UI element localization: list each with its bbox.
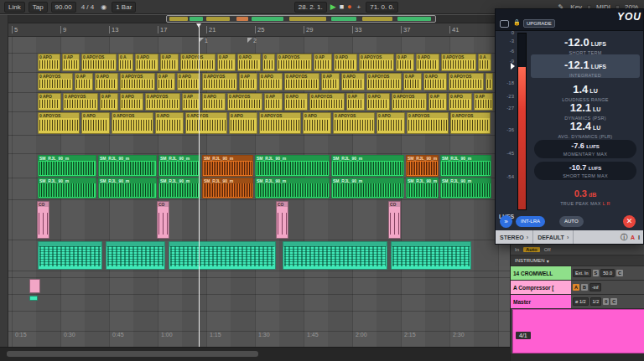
audio-clip[interactable]: 0 APOYOS	[81, 54, 117, 71]
audio-clip[interactable]: SM_RJL_90_m	[38, 178, 96, 199]
ab-compare-a[interactable]: A	[631, 235, 635, 240]
locator-marker[interactable]: 2	[247, 38, 257, 44]
audio-clip[interactable]: 0 APO	[259, 73, 283, 90]
resume-button[interactable]: »	[500, 215, 512, 228]
channel-mode-selector[interactable]: STEREO›	[496, 230, 533, 244]
audio-clip[interactable]: 0 APO	[95, 73, 118, 90]
reset-close-button[interactable]: ✕	[623, 215, 636, 228]
track-control[interactable]: S	[593, 270, 600, 276]
audio-clip[interactable]: 0 APOYOS	[277, 54, 312, 71]
audio-clip[interactable]: 0 APO	[334, 54, 357, 71]
audio-clip[interactable]: 0 AP	[264, 93, 283, 111]
audio-clip[interactable]: 0 APOYOS	[38, 73, 73, 90]
audio-clip[interactable]: 0 APO	[237, 54, 261, 71]
audio-clip[interactable]: 0 APO	[423, 73, 447, 90]
track-control[interactable]: 0	[603, 298, 609, 305]
audio-clip[interactable]: 0 APO	[303, 112, 331, 134]
beat-time-ruler[interactable]: 591317212529333741	[8, 23, 510, 37]
audio-clip[interactable]: 0 AP	[75, 73, 93, 90]
link-button[interactable]: Link	[4, 2, 25, 13]
audio-clip[interactable]: 0 APOYOS	[120, 73, 155, 90]
audio-clip[interactable]: 0 APO	[229, 112, 257, 134]
audio-clip[interactable]: SM_RJL_90_m	[98, 178, 157, 199]
audio-clip[interactable]: 0 APOYOS	[450, 112, 491, 134]
integrated-readout[interactable]: -12.1LUFS INTEGRATED	[531, 54, 640, 78]
audio-clip[interactable]: 0 AP	[428, 93, 447, 111]
audio-clip[interactable]: 0 APO	[38, 93, 61, 111]
audio-clip[interactable]: 0 AP	[321, 73, 340, 90]
preset-selector[interactable]: DEFAULT›	[533, 230, 574, 244]
audio-clip[interactable]: SM_RJL_90_m	[440, 178, 491, 199]
playhead[interactable]	[199, 23, 200, 347]
track-control[interactable]: A	[573, 284, 579, 291]
int-lra-button[interactable]: INT-LRA	[516, 216, 545, 227]
audio-clip[interactable]: CO	[276, 201, 288, 239]
audio-clip[interactable]: SM_RJL_90_m	[202, 155, 253, 177]
instrument-chooser-row[interactable]: INSTRUMEN ▾	[511, 255, 644, 266]
audio-clip[interactable]: 0 APOYOS	[145, 93, 180, 111]
audio-clip[interactable]: 0 APO	[155, 112, 184, 134]
audio-clip[interactable]: SM_RJL_90_m	[406, 155, 439, 177]
audio-clip[interactable]: 0 APOYOS	[309, 93, 345, 111]
audio-clip[interactable]: 0 APO	[135, 54, 158, 71]
audio-clip[interactable]: 0 APO	[81, 112, 110, 134]
audio-clip[interactable]: SM_RJL_90_m	[158, 155, 200, 177]
monitor-in-button[interactable]: In	[515, 247, 519, 252]
tempo-display[interactable]: 90.00	[51, 2, 76, 13]
midi-clip[interactable]	[106, 241, 165, 270]
audio-clip[interactable]: 0 APOYOS	[284, 73, 319, 90]
tap-tempo-button[interactable]: Tap	[29, 2, 48, 13]
track-header[interactable]: 14 CROMWELLExt. InS50.0C	[511, 266, 644, 281]
track-control[interactable]: ø 1/2	[573, 297, 589, 306]
horizontal-scrollbar[interactable]	[0, 347, 510, 361]
small-clip[interactable]	[29, 296, 38, 301]
small-clip[interactable]	[29, 279, 40, 293]
audio-clip[interactable]: 0 APOYOS	[185, 112, 227, 134]
audio-clip[interactable]: 0 AP	[314, 54, 332, 71]
audio-clip[interactable]: 0 AP	[100, 93, 118, 111]
quantize-menu[interactable]: 1 Bar	[112, 2, 136, 13]
audio-clip[interactable]: 0 APOYOS	[180, 54, 216, 71]
audio-clip[interactable]: SM_RJL_90_m	[255, 178, 330, 199]
audio-clip[interactable]: SM_RJL_90_m	[255, 155, 330, 177]
audio-clip[interactable]: 0 APO	[38, 54, 60, 71]
audio-clip[interactable]: 0 APO	[366, 93, 390, 111]
audio-clip[interactable]: 0 AP	[217, 54, 236, 71]
audio-clip[interactable]: 0 APO	[177, 73, 200, 90]
audio-clip[interactable]: CO	[37, 201, 49, 239]
monitor-off-button[interactable]: Off	[544, 247, 551, 252]
audio-clip[interactable]: SM_RJL_90_m	[331, 178, 404, 199]
track-control[interactable]: Ext. In	[573, 269, 591, 277]
audio-clip[interactable]: 0 AP	[157, 73, 175, 90]
midi-clip[interactable]	[169, 241, 276, 270]
audio-clip[interactable]: SM_RJL_90_m	[158, 178, 200, 199]
audio-clip[interactable]: 0 APOYOS	[259, 112, 301, 134]
stop-button[interactable]: ■	[340, 3, 344, 11]
audio-clip[interactable]: 0 APO	[449, 93, 472, 111]
audio-clip[interactable]: 0 APOYOS	[392, 93, 427, 111]
plugin-menu-icon[interactable]	[500, 20, 509, 28]
ab-compare-b[interactable]: I	[638, 235, 640, 240]
play-button[interactable]: ▶	[330, 3, 336, 11]
time-signature[interactable]: 4 / 4	[80, 3, 96, 11]
audio-clip[interactable]: 0 APO	[416, 54, 439, 71]
track-control[interactable]: C	[616, 270, 623, 276]
audio-clip[interactable]: 0 APO	[341, 73, 365, 90]
audio-clip[interactable]: 0 AP	[403, 73, 422, 90]
locator-marker[interactable]: 1	[199, 38, 208, 44]
midi-clip[interactable]	[283, 241, 387, 270]
lock-icon[interactable]: 🔒	[513, 19, 521, 26]
track-control[interactable]: 1/2	[590, 297, 602, 306]
track-control[interactable]: -inf	[589, 283, 601, 291]
audio-clip[interactable]: SM_RJL_90_m	[98, 155, 157, 177]
audio-clip[interactable]: 0 APOYOS	[359, 54, 394, 71]
audio-clip[interactable]: SM_RJL_90_m	[406, 178, 439, 199]
record-button[interactable]: ●	[347, 3, 351, 11]
audio-clip[interactable]: 0 A	[118, 54, 133, 71]
audio-clip[interactable]: CO	[157, 201, 169, 239]
audio-clip[interactable]: 0 APOYOS	[112, 112, 153, 134]
metronome-icon[interactable]: ◉	[99, 3, 108, 11]
track-control[interactable]: B	[581, 284, 588, 291]
track-header[interactable]: Masterø 1/21/20C	[511, 295, 644, 309]
master-track-area[interactable]	[512, 309, 644, 353]
